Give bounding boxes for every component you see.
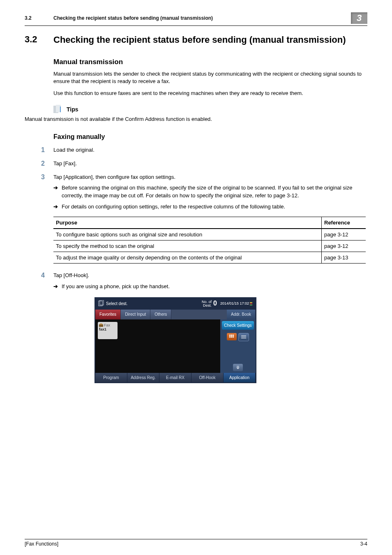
reference-table: Purpose Reference To configure basic opt… <box>53 217 366 264</box>
off-hook-button[interactable]: Off-Hook <box>191 373 224 382</box>
step-text-2: Tap [Fax]. <box>53 160 367 168</box>
address-reg-button[interactable]: Address Reg. <box>127 373 159 382</box>
step-number-1: 1 <box>41 146 53 154</box>
step-number-4: 4 <box>41 272 53 291</box>
step-text-3: Tap [Application], then configure fax op… <box>53 173 367 181</box>
scroll-down-icon[interactable] <box>233 364 243 371</box>
cell-purpose: To specify the method to scan the origin… <box>53 240 322 252</box>
memory-icon <box>250 302 253 305</box>
col-reference: Reference <box>322 217 366 229</box>
no-of-dest-label: No. of Dest. <box>202 300 212 308</box>
step4-sub1: If you are using a phone, pick up the ha… <box>62 283 367 291</box>
tab-favorites[interactable]: Favorites <box>95 310 121 319</box>
svg-rect-7 <box>229 335 231 336</box>
paragraph: Manual transmission lets the sender to c… <box>53 70 367 86</box>
table-row: To adjust the image quality or density d… <box>53 252 366 263</box>
paragraph: Use this function to ensure faxes are se… <box>53 90 367 97</box>
fax-type-label: Fax <box>104 323 110 327</box>
svg-rect-17 <box>237 367 239 367</box>
tab-addr-book[interactable]: Addr. Book <box>227 310 256 319</box>
header-rule <box>25 25 367 26</box>
table-row: To configure basic options such as origi… <box>53 229 366 240</box>
table-header-row: Purpose Reference <box>53 217 366 229</box>
footer-left: [Fax Functions] <box>25 541 58 547</box>
svg-rect-9 <box>233 335 234 336</box>
svg-rect-2 <box>60 106 61 112</box>
fax-destination-card[interactable]: Fax fax1 <box>98 322 118 339</box>
program-button[interactable]: Program <box>95 373 127 382</box>
svg-rect-14 <box>241 337 246 337</box>
tab-direct-input[interactable]: Direct Input <box>121 310 150 319</box>
heading3-faxing: Faxing manually <box>53 133 367 141</box>
cell-reference: page 3-13 <box>322 252 366 263</box>
svg-rect-8 <box>231 335 232 336</box>
svg-rect-15 <box>241 338 246 338</box>
svg-rect-13 <box>241 335 246 336</box>
view-grid-icon[interactable] <box>227 333 237 340</box>
doc-icon <box>98 300 104 308</box>
svg-rect-16 <box>237 366 239 366</box>
chapter-badge: 3 <box>351 12 367 24</box>
cell-reference: page 3-12 <box>322 240 366 252</box>
svg-rect-11 <box>231 336 232 338</box>
arrow-icon: ➔ <box>53 283 62 291</box>
header-section-number: 3.2 <box>25 15 53 21</box>
fax-name: fax1 <box>99 327 116 331</box>
device-screenshot: Select dest. No. of Dest. 0 2014/01/15 1… <box>95 297 256 383</box>
select-dest-label: Select dest. <box>106 301 127 306</box>
arrow-icon: ➔ <box>53 203 62 211</box>
svg-rect-10 <box>229 336 231 338</box>
cell-purpose: To adjust the image quality or density d… <box>53 252 322 263</box>
tips-label: Tips <box>67 106 78 113</box>
heading1-number: 3.2 <box>25 34 53 45</box>
device-datetime: 2014/01/15 17:02 <box>220 301 249 305</box>
step-number-3: 3 <box>41 173 53 211</box>
step-text-4: Tap [Off-Hook]. <box>53 272 367 280</box>
cell-reference: page 3-12 <box>322 229 366 240</box>
svg-marker-18 <box>236 368 240 369</box>
footer-right: 3-4 <box>360 541 367 547</box>
tips-icon <box>53 105 64 114</box>
cell-purpose: To configure basic options such as origi… <box>53 229 322 240</box>
tab-others[interactable]: Others <box>150 310 171 319</box>
table-row: To specify the method to scan the origin… <box>53 240 366 252</box>
view-list-icon[interactable] <box>238 333 249 341</box>
header-title: Checking the recipient status before sen… <box>53 15 351 21</box>
arrow-icon: ➔ <box>53 184 62 200</box>
svg-rect-12 <box>233 336 234 338</box>
tips-text: Manual transmission is not available if … <box>25 116 367 123</box>
heading2-manual: Manual transmission <box>53 58 367 66</box>
step3-sub2: For details on configuring option settin… <box>62 203 367 211</box>
application-button[interactable]: Application <box>224 373 256 382</box>
email-rx-button[interactable]: E-mail RX <box>159 373 191 382</box>
check-settings-button[interactable]: Check Settings <box>222 321 254 330</box>
svg-rect-6 <box>100 324 102 325</box>
no-of-dest-value: 0 <box>213 300 217 307</box>
heading1-text: Checking the recipient status before sen… <box>53 34 346 46</box>
col-purpose: Purpose <box>53 217 322 229</box>
step3-sub1: Before scanning the original on this mac… <box>62 184 367 200</box>
step-number-2: 2 <box>41 160 53 168</box>
step-text-1: Load the original. <box>53 146 367 154</box>
